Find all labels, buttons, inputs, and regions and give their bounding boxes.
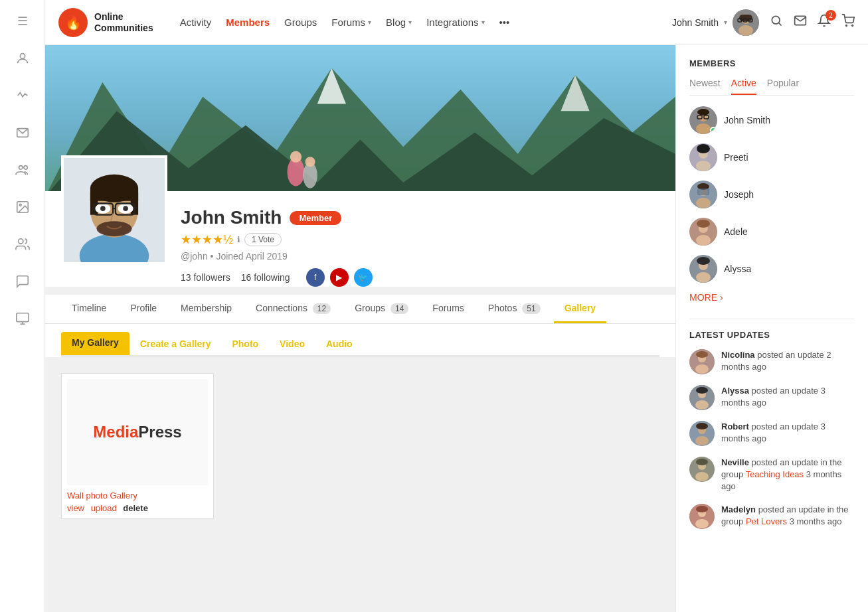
member-avatar-joseph[interactable]	[689, 181, 717, 208]
gallery-view-link[interactable]: view	[67, 503, 84, 513]
connections-badge: 12	[313, 303, 331, 314]
gtab-photo[interactable]: Photo	[221, 333, 269, 354]
svg-point-87	[696, 459, 708, 465]
svg-point-0	[20, 54, 25, 58]
member-avatar-preeti[interactable]	[689, 143, 717, 171]
tab-profile[interactable]: Profile	[120, 295, 167, 323]
member-item: Joseph	[689, 181, 855, 208]
svg-point-58	[697, 144, 710, 153]
friends-icon[interactable]	[12, 234, 33, 255]
profile-section: John Smith Member ★★★★½ ℹ 1 Vote @john •…	[45, 45, 675, 612]
mail-icon[interactable]	[12, 122, 33, 143]
update-username[interactable]: Alyssa	[721, 386, 749, 396]
tab-timeline[interactable]: Timeline	[61, 295, 117, 323]
tab-membership[interactable]: Membership	[170, 295, 242, 323]
update-text-madelyn: Madelyn posted an update in the group Pe…	[721, 504, 855, 528]
svg-rect-7	[16, 313, 28, 322]
chat-icon[interactable]	[12, 271, 33, 292]
profile-tabs: Timeline Profile Membership Connections …	[45, 295, 675, 324]
chevron-right-icon: ›	[720, 292, 723, 303]
groups-badge: 14	[391, 303, 408, 314]
member-item: Alyssa	[689, 255, 855, 283]
youtube-icon[interactable]: ▶	[330, 268, 349, 287]
pet-lovers-link[interactable]: Pet Lovers	[746, 516, 787, 526]
logo-text: Online Communities	[94, 11, 153, 34]
groups-icon[interactable]	[12, 159, 33, 181]
gtab-audio[interactable]: Audio	[315, 333, 363, 354]
notifications-icon[interactable]: 2	[818, 14, 831, 31]
member-name-preeti[interactable]: Preeti	[724, 152, 748, 163]
member-name-johnsmith[interactable]: John Smith	[724, 115, 770, 125]
update-username[interactable]: Nicolina	[721, 350, 755, 360]
tab-forums[interactable]: Forums	[422, 295, 474, 323]
user-menu[interactable]: John Smith ▾	[672, 9, 759, 36]
main-wrapper: 🔥 Online Communities Activity Members Gr…	[45, 0, 868, 612]
nav-right: John Smith ▾	[672, 9, 855, 36]
gtab-create[interactable]: Create a Gallery	[130, 333, 222, 354]
tab-connections[interactable]: Connections 12	[245, 295, 341, 323]
svg-point-86	[695, 472, 709, 481]
svg-point-67	[697, 220, 710, 228]
members-tab-newest[interactable]: Newest	[689, 78, 721, 95]
followers-count[interactable]: 13 followers	[181, 272, 230, 283]
menu-icon[interactable]: ☰	[12, 11, 33, 32]
update-item: Madelyn posted an update in the group Pe…	[689, 504, 855, 529]
member-avatar-adele[interactable]	[689, 218, 717, 246]
nav-activity[interactable]: Activity	[180, 17, 212, 28]
nav-groups[interactable]: Groups	[284, 17, 317, 28]
members-tab-active[interactable]: Active	[731, 78, 756, 95]
profile-handle: @john • Joined April 2019	[181, 251, 659, 262]
members-tab-popular[interactable]: Popular	[767, 78, 799, 95]
member-name-joseph[interactable]: Joseph	[724, 189, 754, 200]
gtab-video[interactable]: Video	[269, 333, 315, 354]
rating-stars: ★★★★½	[181, 232, 233, 247]
teaching-ideas-link[interactable]: Teaching Ideas	[746, 469, 804, 479]
update-username[interactable]: Robert	[721, 421, 749, 431]
nav-integrations[interactable]: Integrations ▾	[426, 17, 484, 28]
update-username[interactable]: Neville	[721, 457, 749, 467]
latest-updates-title: LATEST UPDATES	[689, 330, 855, 340]
vote-button[interactable]: 1 Vote	[244, 233, 282, 246]
nav-forums[interactable]: Forums ▾	[331, 17, 371, 28]
svg-point-42	[123, 206, 128, 211]
update-avatar-alyssa2	[689, 385, 715, 410]
cart-icon[interactable]	[841, 14, 855, 31]
gallery-item: MediaPress Wall photo Gallery view uploa…	[61, 373, 214, 519]
activity-icon[interactable]	[12, 85, 33, 106]
monitor-icon[interactable]	[12, 308, 33, 329]
user-chevron: ▾	[724, 19, 727, 26]
search-icon[interactable]	[770, 14, 783, 31]
member-avatar-alyssa[interactable]	[689, 255, 717, 283]
svg-point-71	[697, 257, 710, 265]
update-username[interactable]: Madelyn	[721, 504, 756, 514]
tab-groups[interactable]: Groups 14	[344, 295, 419, 323]
update-avatar-robert	[689, 421, 715, 446]
following-count[interactable]: 16 following	[241, 272, 290, 283]
member-name-alyssa[interactable]: Alyssa	[724, 264, 751, 274]
facebook-icon[interactable]: f	[306, 268, 325, 287]
gallery-upload-link[interactable]: upload	[91, 503, 117, 513]
photos-badge: 51	[522, 303, 540, 314]
member-name-adele[interactable]: Adele	[724, 226, 748, 237]
logo[interactable]: 🔥 Online Communities	[58, 8, 153, 37]
members-tabs: Newest Active Popular	[689, 78, 855, 96]
person-icon[interactable]	[12, 48, 33, 69]
gtab-mygallery[interactable]: My Gallery	[61, 332, 130, 355]
nav-members[interactable]: Members	[226, 17, 270, 28]
more-members-link[interactable]: MORE ›	[689, 292, 855, 303]
tab-gallery[interactable]: Gallery	[554, 295, 606, 323]
nav-blog[interactable]: Blog ▾	[386, 17, 412, 28]
more-menu[interactable]: •••	[499, 17, 510, 28]
twitter-icon[interactable]: 🐦	[354, 268, 373, 287]
members-section-title: MEMBERS	[689, 58, 855, 68]
tab-photos[interactable]: Photos 51	[477, 295, 551, 323]
gallery-icon[interactable]	[12, 196, 33, 218]
member-avatar-johnsmith[interactable]	[689, 106, 717, 134]
messages-icon[interactable]	[794, 14, 807, 31]
svg-point-27	[290, 151, 302, 163]
svg-point-19	[846, 25, 847, 27]
svg-point-3	[23, 166, 27, 170]
update-item: Alyssa posted an update 3 months ago	[689, 385, 855, 410]
mediapress-logo: MediaPress	[67, 379, 208, 485]
gallery-delete-link[interactable]: delete	[123, 503, 148, 513]
